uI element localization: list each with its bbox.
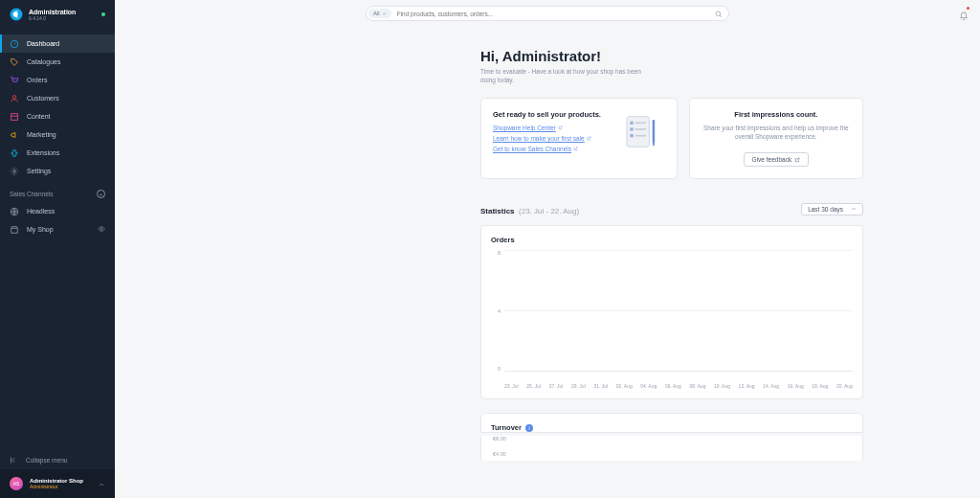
- chevron-down-icon: [382, 11, 387, 16]
- external-link-icon: [558, 125, 563, 130]
- card-title: Get ready to sell your products.: [493, 110, 601, 119]
- avatar: AS: [10, 477, 23, 490]
- y-tick: €8.00: [493, 436, 862, 441]
- users-icon: [10, 94, 19, 103]
- sales-channels-header: Sales Channels +: [0, 186, 115, 202]
- tag-icon: [10, 57, 19, 67]
- speedometer-icon: [10, 39, 19, 49]
- x-tick: 18. Aug: [812, 383, 828, 389]
- svg-rect-13: [630, 134, 633, 137]
- link-sales-channels[interactable]: Get to know Sales Channels: [493, 146, 601, 152]
- content: Hi, Administrator! Time to evaluate - Ha…: [115, 27, 980, 480]
- channel-myshop[interactable]: My Shop: [0, 220, 115, 238]
- turnover-chart-header: Turnover i: [480, 413, 863, 433]
- y-tick: €4.00: [493, 451, 862, 457]
- external-link-icon: [573, 147, 578, 151]
- global-search[interactable]: All: [366, 6, 729, 21]
- search-input[interactable]: [391, 11, 715, 17]
- user-menu[interactable]: AS Administrator Shop Administrator: [0, 469, 115, 498]
- nav-extensions[interactable]: Extensions: [0, 144, 115, 162]
- nav-marketing[interactable]: Marketing: [0, 125, 115, 144]
- nav-label: Catalogues: [27, 58, 60, 65]
- give-feedback-button[interactable]: Give feedback: [744, 152, 810, 167]
- sidebar: Administration 6.4.14.0 Dashboard Catalo…: [0, 0, 115, 498]
- search-scope-tag[interactable]: All: [368, 9, 391, 18]
- layout-icon: [10, 112, 19, 122]
- card-title: First impressions count.: [702, 110, 851, 119]
- x-tick: 06. Aug: [665, 383, 681, 389]
- feedback-card: First impressions count. Share your firs…: [689, 98, 863, 179]
- nav-orders[interactable]: Orders: [0, 71, 115, 89]
- svg-rect-14: [635, 135, 646, 137]
- topbar: All: [115, 0, 980, 27]
- x-tick: 23. Jul: [504, 383, 519, 389]
- eye-icon[interactable]: [98, 225, 105, 234]
- cart-icon: [10, 76, 19, 85]
- svg-rect-12: [635, 128, 646, 130]
- user-role: Administrator: [30, 484, 98, 489]
- info-icon[interactable]: i: [525, 424, 533, 432]
- range-select[interactable]: Last 30 days: [801, 203, 863, 215]
- x-tick: 16. Aug: [788, 383, 804, 389]
- x-tick: 12. Aug: [739, 383, 755, 389]
- getting-started-card: Get ready to sell your products. Shopwar…: [480, 98, 678, 179]
- page-title: Hi, Administrator!: [480, 48, 863, 64]
- svg-rect-11: [630, 128, 633, 131]
- search-icon[interactable]: [715, 6, 723, 21]
- nav-label: Dashboard: [27, 40, 59, 47]
- nav-catalogues[interactable]: Catalogues: [0, 53, 115, 71]
- y-tick: 4: [491, 308, 501, 314]
- greeting: Hi, Administrator! Time to evaluate - Ha…: [480, 48, 863, 84]
- collapse-label: Collapse menu: [26, 457, 67, 464]
- link-help-center[interactable]: Shopware Help Center: [493, 124, 601, 131]
- checklist-illustration-icon: [617, 110, 665, 158]
- storefront-icon: [10, 225, 19, 235]
- x-tick: 14. Aug: [763, 383, 779, 389]
- notification-dot-icon: [967, 7, 969, 10]
- x-axis: 23. Jul25. Jul27. Jul29. Jul31. Jul02. A…: [504, 383, 853, 389]
- external-link-icon: [794, 157, 800, 163]
- stats-title: Statistics: [480, 207, 515, 215]
- x-tick: 20. Aug: [836, 383, 853, 389]
- brand-icon: [10, 8, 23, 21]
- nav-settings[interactable]: Settings: [0, 162, 115, 180]
- channel-label: My Shop: [27, 226, 98, 233]
- svg-rect-8: [627, 117, 649, 147]
- logo-row[interactable]: Administration 6.4.14.0: [0, 0, 115, 29]
- x-tick: 29. Jul: [571, 383, 586, 389]
- channel-headless[interactable]: Headless: [0, 202, 115, 220]
- megaphone-icon: [10, 130, 19, 140]
- nav-content[interactable]: Content: [0, 107, 115, 125]
- collapse-menu-button[interactable]: Collapse menu: [0, 451, 115, 469]
- x-tick: 02. Aug: [616, 383, 633, 389]
- svg-point-6: [100, 228, 102, 230]
- notifications-button[interactable]: [959, 8, 969, 25]
- nav-label: Marketing: [27, 131, 56, 138]
- nav-label: Customers: [27, 95, 59, 102]
- nav-customers[interactable]: Customers: [0, 89, 115, 107]
- page-subtitle: Time to evaluate - Have a look at how yo…: [480, 67, 653, 84]
- svg-rect-9: [630, 122, 633, 124]
- x-tick: 08. Aug: [689, 383, 705, 389]
- x-tick: 25. Jul: [526, 383, 541, 389]
- nav-label: Content: [27, 113, 51, 120]
- x-tick: 27. Jul: [549, 383, 564, 389]
- add-channel-button[interactable]: +: [97, 190, 105, 198]
- svg-rect-10: [635, 123, 646, 124]
- link-first-sale[interactable]: Learn how to make your first sale: [493, 135, 601, 142]
- gear-icon: [10, 167, 19, 176]
- y-tick: 8: [491, 250, 501, 256]
- chart-title: Turnover: [491, 423, 522, 432]
- svg-point-4: [13, 170, 16, 172]
- nav-dashboard[interactable]: Dashboard: [0, 34, 115, 53]
- x-tick: 31. Jul: [593, 383, 608, 389]
- svg-point-2: [12, 95, 15, 98]
- chevron-down-icon: [851, 206, 857, 212]
- plot-area: [504, 250, 853, 372]
- chevron-up-icon: [98, 475, 105, 492]
- channel-label: Headless: [27, 208, 55, 215]
- nav-label: Settings: [27, 168, 51, 174]
- svg-rect-3: [11, 113, 18, 120]
- svg-rect-15: [652, 120, 655, 144]
- svg-point-7: [716, 11, 721, 16]
